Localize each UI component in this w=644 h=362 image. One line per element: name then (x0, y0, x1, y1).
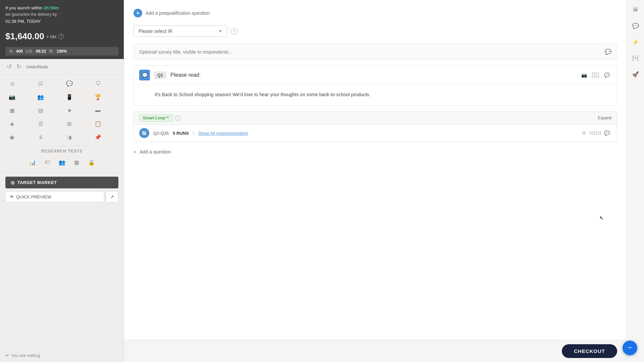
q1-comment-icon[interactable]: 💬 (602, 70, 611, 80)
loop-actions: ⚙ 💬 (579, 128, 611, 138)
countdown-timer: 2h:59m (44, 5, 59, 10)
question-1-block: 💬 Q1 Please read: 📷 💬 (133, 65, 617, 106)
smart-loop-badge: Smart Loop™ ? (139, 114, 180, 122)
quick-preview-label: QUICK PREVIEW (16, 194, 51, 199)
editing-status: ✏ You are editing (0, 349, 124, 362)
loop-show-all[interactable]: Show All runs/respondent (198, 131, 575, 136)
toolbar-icon-speech[interactable]: 🗨 (91, 77, 105, 89)
survey-title-input[interactable] (139, 49, 605, 55)
loop-icon: 🔄 (139, 128, 149, 138)
price-display: $1,640.00 + tax ? (0, 28, 124, 45)
price-value: $1,640.00 (5, 31, 44, 42)
question-1-body: It's Back to School shopping season! We'… (134, 85, 617, 106)
q1-label: Q1 (154, 71, 166, 79)
add-question-row[interactable]: + Add a question (133, 145, 617, 159)
ir-dropdown-text: Please select IR (139, 28, 172, 34)
smart-loop-header: Smart Loop™ ? Expand (134, 112, 617, 125)
right-panel-rocket-icon[interactable]: 🚀 (629, 68, 642, 80)
support-chat-icon[interactable] (623, 341, 637, 355)
survey-title-row: 💬 (133, 44, 617, 60)
target-market-icon: ◎ (11, 180, 15, 185)
svg-point-3 (631, 347, 632, 348)
q1-body-text: It's Back to School shopping season! We'… (155, 91, 609, 98)
toolbar-icons-grid: ⊙ ☑ 💬 🗨 📷 👥 📱 🏆 ▦ ▤ ★ ▬ ◈ ☰ ⊞ 📋 ◉ ⧖ ◑ 📌 (0, 75, 124, 146)
toolbar-icon-star[interactable]: ★ (63, 104, 76, 116)
toolbar-icon-checkbox[interactable]: ☑ (34, 77, 47, 89)
toolbar-icon-minus[interactable]: ▬ (91, 104, 105, 116)
quick-preview-button[interactable]: 👁 QUICK PREVIEW (5, 191, 104, 202)
ir-dropdown[interactable]: Please select IR ▼ (133, 25, 227, 37)
q1-camera-icon[interactable]: 📷 (579, 70, 589, 80)
sidebar: If you launch within 2h:59m we guarantee… (0, 0, 124, 362)
research-icon-lock[interactable]: 🔒 (86, 156, 98, 168)
toolbar-icon-award[interactable]: 🏆 (91, 91, 105, 103)
right-panel-plug-icon[interactable]: ⚡ (629, 36, 642, 48)
right-panel-expand-icon[interactable]: [+] (629, 52, 642, 64)
smart-loop-tag: Smart Loop™ (139, 114, 173, 122)
toolbar-icon-menu[interactable]: ☰ (34, 118, 47, 130)
right-panel-bank-icon[interactable]: 🏛 (629, 3, 642, 16)
question-1-header: 💬 Q1 Please read: 📷 💬 (134, 66, 617, 85)
toolbar-icon-group[interactable]: 👥 (34, 91, 47, 103)
q1-grid-icon[interactable] (591, 70, 600, 80)
loop-comment-icon[interactable]: 💬 (602, 128, 611, 138)
toolbar-icon-circle[interactable]: ◉ (5, 131, 19, 143)
smart-loop-expand-button[interactable]: Expand (598, 116, 611, 120)
editing-label: You are editing (11, 353, 40, 358)
ir-value: 100% (57, 49, 67, 54)
target-market-label: TARGET MARKET (17, 180, 57, 185)
loop-settings-icon[interactable]: ⚙ (579, 128, 589, 138)
loop-grid-icon[interactable] (591, 128, 600, 138)
research-icon-tag[interactable]: 🏷 (41, 156, 53, 168)
bottom-bar: CHECKOUT (124, 340, 627, 362)
ir-label: IR: (49, 49, 54, 54)
loi-value: 08:22 (36, 49, 46, 54)
quick-preview-row: 👁 QUICK PREVIEW ↗ (5, 191, 118, 202)
price-help-icon[interactable]: ? (58, 34, 64, 39)
share-button[interactable]: ↗ (106, 191, 118, 202)
ir-help-icon[interactable]: ? (231, 28, 237, 35)
toolbar-icon-grid[interactable]: ▦ (5, 104, 19, 116)
pencil-icon: ✏ (5, 353, 9, 358)
add-prequalification-row[interactable]: + Add a prequalification question (133, 5, 617, 21)
add-prequal-plus-icon: + (133, 9, 142, 17)
research-icon-users[interactable]: 👥 (56, 156, 68, 168)
smart-loop-help-icon[interactable]: ? (175, 115, 180, 121)
loop-range: Q2-Q26 (153, 131, 169, 136)
add-question-plus-icon: + (133, 149, 136, 155)
toolbar-icon-eye[interactable]: ◑ (63, 131, 76, 143)
research-icon-grid2[interactable]: ▦ (71, 156, 83, 168)
loop-runs: 5 RUNS (173, 131, 189, 136)
quick-preview-icon: 👁 (10, 194, 14, 199)
toolbar-icon-record[interactable]: ⊙ (5, 77, 19, 89)
n-value: 400 (16, 49, 23, 54)
toolbar-icon-list[interactable]: ▤ (34, 104, 47, 116)
target-market-button[interactable]: ◎ TARGET MARKET (5, 177, 118, 188)
toolbar-icon-diamond[interactable]: ◈ (5, 118, 19, 130)
stats-bar: N: 400 LOI: 08:22 IR: 100% (5, 47, 118, 56)
toolbar-icon-clipboard[interactable]: 📋 (91, 118, 105, 130)
undo-redo-label: Undo/Redo (26, 64, 48, 69)
add-prequal-label: Add a prequalification question (146, 10, 210, 16)
q1-type-icon: 💬 (139, 70, 150, 80)
delivery-time: 01:38 PM, TODAY (5, 18, 118, 25)
toolbar-icon-comment[interactable]: 💬 (63, 77, 76, 89)
right-panel: 🏛 💬 ⚡ [+] 🚀 (627, 0, 644, 362)
tax-label: + tax (46, 34, 57, 39)
add-question-label: Add a question (140, 149, 171, 155)
research-icon-chart[interactable]: 📊 (26, 156, 39, 168)
q1-header-icons: 📷 💬 (579, 70, 611, 80)
toolbar-icon-pin[interactable]: 📌 (91, 131, 105, 143)
undo-button[interactable]: ↺ (5, 62, 13, 71)
redo-button[interactable]: ↻ (15, 62, 23, 71)
toolbar-icon-expand[interactable]: ⊞ (63, 118, 76, 130)
guarantee-text: we guarantee the delivery by (5, 11, 118, 17)
undo-redo-bar: ↺ ↻ Undo/Redo (0, 59, 124, 75)
toolbar-icon-mobile[interactable]: 📱 (63, 91, 76, 103)
loop-divider: | (193, 130, 194, 136)
toolbar-icon-timer[interactable]: ⧖ (34, 131, 47, 143)
toolbar-icon-camera[interactable]: 📷 (5, 91, 19, 103)
smart-loop-body: 🔄 Q2-Q26 5 RUNS | Show All runs/responde… (134, 125, 617, 141)
checkout-button[interactable]: CHECKOUT (562, 344, 617, 358)
right-panel-chat-icon[interactable]: 💬 (629, 19, 642, 32)
